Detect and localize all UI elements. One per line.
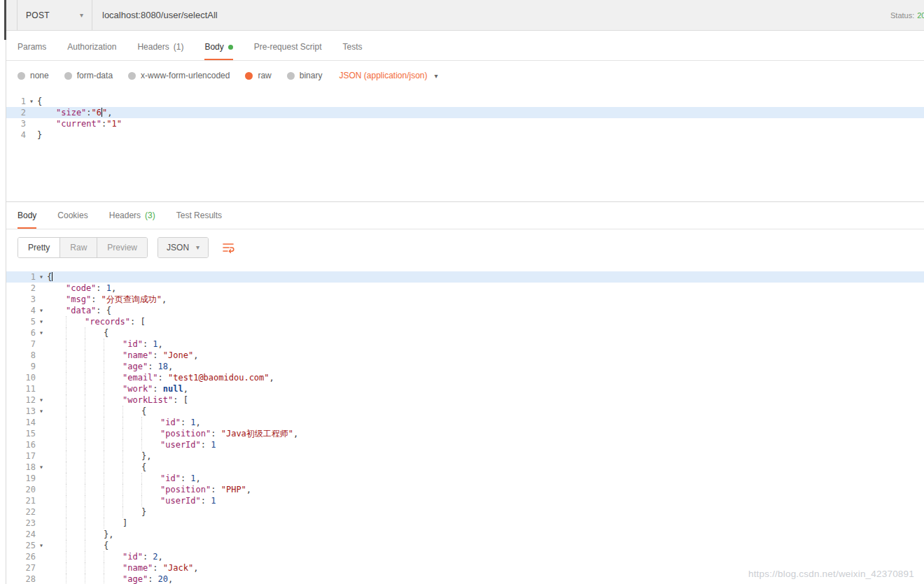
response-body-editor[interactable]: 1▾{2"code": 1,3"msg": "分页查询成功",4▾"data":… [6, 266, 924, 584]
fold-caret-icon[interactable]: ▾ [36, 394, 47, 406]
indent-guide [37, 118, 56, 129]
body-mode-x-www-form-urlencoded[interactable]: x-www-form-urlencoded [128, 71, 230, 80]
fold-caret-icon[interactable]: ▾ [36, 406, 47, 417]
body-mode-label: form-data [77, 71, 113, 80]
code-token: "position" [160, 429, 211, 439]
line-number: 3 [6, 118, 26, 129]
code-token: 1 [190, 473, 195, 483]
indent-guide [104, 495, 122, 506]
response-code-line[interactable]: 15"position": "Java初级工程师", [6, 428, 924, 439]
request-tab-tests[interactable]: Tests [342, 42, 362, 60]
indent-guide [66, 327, 85, 339]
url-input[interactable]: localhost:8080/user/selectAll [92, 0, 924, 30]
response-code-line[interactable]: 17}, [6, 450, 924, 462]
indent-guide [47, 518, 66, 529]
code-token: "work" [122, 384, 153, 394]
fold-spacer [36, 439, 47, 450]
fold-caret-icon[interactable]: ▾ [36, 327, 47, 339]
response-code-line[interactable]: 20"position": "PHP", [6, 484, 924, 495]
fold-caret-icon[interactable]: ▾ [36, 540, 47, 551]
response-code-line[interactable]: 4▾"data": { [6, 305, 924, 316]
code-token: "data" [66, 306, 96, 315]
response-code-line[interactable]: 10"email": "test1@baomidou.com", [6, 372, 924, 383]
body-mode-binary[interactable]: binary [287, 71, 323, 80]
response-code-line[interactable]: 25▾{ [6, 540, 924, 551]
response-code-line[interactable]: 2"code": 1, [6, 283, 924, 294]
watermark: https://blog.csdn.net/weixin_42370891 [748, 569, 914, 579]
fold-spacer [36, 283, 47, 294]
request-tab-headers[interactable]: Headers(1) [137, 42, 183, 60]
indent-guide [66, 339, 85, 350]
request-code-line[interactable]: 4} [6, 129, 924, 141]
request-tab-pre-request-script[interactable]: Pre-request Script [254, 42, 322, 60]
page-scrollbar[interactable] [0, 0, 6, 584]
request-tab-body[interactable]: Body [204, 42, 232, 60]
fold-caret-icon[interactable]: ▾ [36, 462, 47, 473]
response-tab-test-results[interactable]: Test Results [176, 211, 222, 229]
request-code-line[interactable]: 3"current":"1" [6, 118, 924, 129]
response-code-line[interactable]: 1▾{ [6, 271, 924, 283]
indent-guide [104, 372, 122, 383]
fold-caret-icon[interactable]: ▾ [36, 316, 47, 327]
indent-guide [47, 294, 66, 305]
indent-guide [47, 484, 66, 495]
view-mode-raw[interactable]: Raw [60, 238, 97, 257]
request-tab-authorization[interactable]: Authorization [67, 42, 116, 60]
line-content: { [47, 406, 924, 417]
response-code-line[interactable]: 21"userId": 1 [6, 495, 924, 506]
scrollbar-thumb[interactable] [4, 0, 6, 40]
response-code-line[interactable]: 18▾{ [6, 462, 924, 473]
line-number: 21 [6, 495, 36, 506]
response-code-line[interactable]: 14"id": 1, [6, 417, 924, 428]
indent-guide [66, 473, 85, 484]
response-code-line[interactable]: 19"id": 1, [6, 473, 924, 484]
code-token: { [37, 97, 42, 106]
format-select[interactable]: JSON ▾ [158, 238, 208, 257]
indent-guide [47, 361, 66, 372]
response-code-line[interactable]: 22} [6, 506, 924, 518]
response-tab-body[interactable]: Body [18, 211, 36, 229]
line-content: "work": null, [47, 383, 924, 394]
response-code-line[interactable]: 3"msg": "分页查询成功", [6, 294, 924, 305]
request-tab-params[interactable]: Params [18, 42, 46, 60]
response-code-line[interactable]: 11"work": null, [6, 383, 924, 394]
response-code-line[interactable]: 26"id": 2, [6, 551, 924, 562]
response-code-line[interactable]: 16"userId": 1 [6, 439, 924, 450]
content-type-select[interactable]: JSON (application/json) ▾ [339, 71, 438, 80]
response-code-line[interactable]: 7"id": 1, [6, 339, 924, 350]
body-mode-none[interactable]: none [18, 71, 49, 80]
line-content: "id": 1, [47, 339, 924, 350]
body-mode-raw[interactable]: raw [245, 71, 271, 80]
response-code-line[interactable]: 5▾"records": [ [6, 316, 924, 327]
view-mode-preview[interactable]: Preview [97, 238, 147, 257]
fold-caret-icon[interactable]: ▾ [26, 96, 37, 107]
indent-guide [47, 283, 66, 294]
code-token: } [37, 130, 42, 140]
fold-caret-icon[interactable]: ▾ [36, 305, 47, 316]
response-tab-headers[interactable]: Headers(3) [109, 211, 155, 229]
fold-caret-icon[interactable]: ▾ [36, 271, 47, 283]
response-code-line[interactable]: 6▾{ [6, 327, 924, 339]
line-content: "workList": [ [47, 394, 924, 406]
body-mode-form-data[interactable]: form-data [64, 71, 113, 80]
response-code-line[interactable]: 9"age": 18, [6, 361, 924, 372]
response-tab-cookies[interactable]: Cookies [57, 211, 88, 229]
request-url-bar: POST ▾ localhost:8080/user/selectAll [6, 0, 924, 31]
method-select[interactable]: POST ▾ [17, 0, 92, 30]
response-code-line[interactable]: 24}, [6, 529, 924, 540]
request-code-line[interactable]: 2"size":"6", [6, 107, 924, 118]
response-code-line[interactable]: 12▾"workList": [ [6, 394, 924, 406]
response-code-line[interactable]: 23] [6, 518, 924, 529]
line-content: "userId": 1 [47, 495, 924, 506]
response-code-line[interactable]: 13▾{ [6, 406, 924, 417]
code-token: , [196, 418, 201, 427]
wrap-text-button[interactable] [218, 238, 238, 257]
indent-guide [85, 417, 104, 428]
request-code-line[interactable]: 1▾{ [6, 96, 924, 107]
request-body-editor[interactable]: 1▾{2"size":"6",3"current":"1"4} [6, 90, 924, 202]
response-code-line[interactable]: 8"name": "Jone", [6, 350, 924, 361]
status-value: 20 [917, 11, 924, 20]
line-content: "size":"6", [37, 107, 924, 118]
indent-guide [47, 316, 66, 327]
view-mode-pretty[interactable]: Pretty [18, 238, 60, 257]
